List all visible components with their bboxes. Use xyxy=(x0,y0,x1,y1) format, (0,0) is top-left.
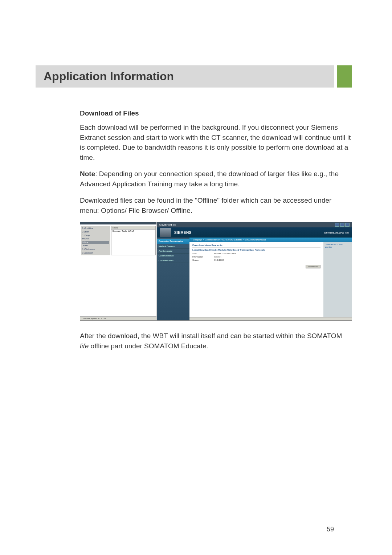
tree-item[interactable]: C:\Temp xyxy=(82,234,109,238)
paragraph-offline: Downloaded files can be found in the "Of… xyxy=(80,195,352,215)
kv-key: Size xyxy=(192,252,214,255)
kv-val: test set xyxy=(214,256,221,258)
window-buttons xyxy=(335,223,350,227)
browser-main: Homepage > Communication > SOMATOM Educa… xyxy=(189,238,352,320)
brand-name: SIEMENS xyxy=(174,231,192,235)
kv-row: Size Module U:15 Oct 2004 xyxy=(192,252,320,255)
nav-item[interactable]: Communication xyxy=(157,254,189,258)
close-icon[interactable] xyxy=(345,223,350,227)
kv-val: 09/2/2002 xyxy=(214,259,224,261)
browser-pane: SOMATOM life SIEMENS siemens.de.ct/ct_cm xyxy=(157,222,352,320)
embedded-screenshot: C:\CmdLine C:\Bwin C:\Temp Browse Offlin… xyxy=(80,222,352,321)
figure-screenshot: C:\CmdLine C:\Bwin C:\Temp Browse Offlin… xyxy=(80,222,352,321)
after-text-a: After the download, the WBT will install… xyxy=(80,332,342,340)
nav-item[interactable]: AppConnector xyxy=(157,249,189,254)
paragraph-note: Note: Depending on your connection speed… xyxy=(80,169,352,189)
note-label: Note xyxy=(80,170,95,178)
breadcrumb: Homepage > Communication > SOMATOM Educa… xyxy=(189,238,352,242)
browser-footer xyxy=(189,317,352,320)
paragraph-after: After the download, the WBT will install… xyxy=(80,331,352,351)
download-panel: Download Area Products Latest Download H… xyxy=(189,242,323,317)
brand-banner: SIEMENS siemens.de.ct/ct_cm xyxy=(157,227,352,238)
window-title: SOMATOM life xyxy=(159,224,176,226)
download-button-wrap: Download xyxy=(192,265,320,268)
tree-item[interactable]: C:\CmdLine xyxy=(82,227,109,230)
sidebar-link[interactable]: Download WBT-Class xyxy=(325,243,350,246)
browser-titlebar: SOMATOM life xyxy=(157,222,352,227)
after-text-b: offline part under SOMATOM Educate. xyxy=(89,342,208,350)
note-text: : Depending on your connection speed, th… xyxy=(80,170,339,188)
header-title-bar: Application Information xyxy=(36,65,334,88)
download-title: Download Area Products xyxy=(192,244,320,248)
download-desc: Latest Download Handle Module; Web-Based… xyxy=(192,249,320,251)
file-browser-spacer xyxy=(80,257,156,316)
header-title: Application Information xyxy=(44,70,326,83)
page-number: 59 xyxy=(327,526,334,533)
sidebar-link[interactable]: User info xyxy=(325,246,350,248)
kv-key: Information xyxy=(192,256,214,258)
nav-item[interactable]: Document links xyxy=(157,258,189,263)
kv-key: Status xyxy=(192,259,214,261)
section-heading: Download of Files xyxy=(80,109,352,117)
browser-body: Computed Tomography Medical Contents App… xyxy=(157,238,352,320)
download-button[interactable]: Download xyxy=(306,265,320,268)
content-area: Download of Files Each download will be … xyxy=(40,109,352,351)
minimize-icon[interactable] xyxy=(335,223,339,227)
paragraph-intro: Each download will be performed in the b… xyxy=(80,122,352,162)
maximize-icon[interactable] xyxy=(340,223,344,227)
file-tree: C:\CmdLine C:\Bwin C:\Temp Browse Offlin… xyxy=(80,224,156,257)
brand-tagline: siemens.de.ct/ct_cm xyxy=(324,231,349,234)
right-sidebar: Download WBT-Class User info xyxy=(323,242,352,317)
page-header: Application Information xyxy=(36,65,352,88)
file-browser-pane: C:\CmdLine C:\Bwin C:\Temp Browse Offlin… xyxy=(80,222,157,320)
nav-heading: Computed Tomography xyxy=(157,239,189,244)
after-text-italic: life xyxy=(80,342,89,350)
header-accent-block xyxy=(337,65,352,88)
file-list-header: Name xyxy=(111,226,155,230)
file-list-row[interactable]: Educate_Tools_WT.off xyxy=(111,230,155,232)
disk-status: Disk free space: 13.8 GB xyxy=(80,316,156,320)
tree-item[interactable]: Off.rar xyxy=(82,244,109,248)
tree-item[interactable]: C:\autostart xyxy=(82,251,109,255)
tree-item[interactable]: C:\Workplace xyxy=(82,248,109,251)
kv-row: Information test set xyxy=(192,256,320,258)
tree-item[interactable]: Browse xyxy=(82,237,109,241)
tree-item[interactable]: C:\Bwin xyxy=(82,230,109,234)
tree-item-selected[interactable]: Offline xyxy=(82,241,109,244)
file-list: Name Educate_Tools_WT.off xyxy=(111,226,156,255)
tree-column: C:\CmdLine C:\Bwin C:\Temp Browse Offlin… xyxy=(81,226,110,255)
kv-row: Status 09/2/2002 xyxy=(192,259,320,261)
content-row: Download Area Products Latest Download H… xyxy=(189,242,352,317)
nav-item[interactable]: Medical Contents xyxy=(157,244,189,249)
brand-logo-icon xyxy=(160,228,171,237)
kv-val: Module U:15 Oct 2004 xyxy=(214,252,236,255)
side-nav: Computed Tomography Medical Contents App… xyxy=(157,238,189,320)
